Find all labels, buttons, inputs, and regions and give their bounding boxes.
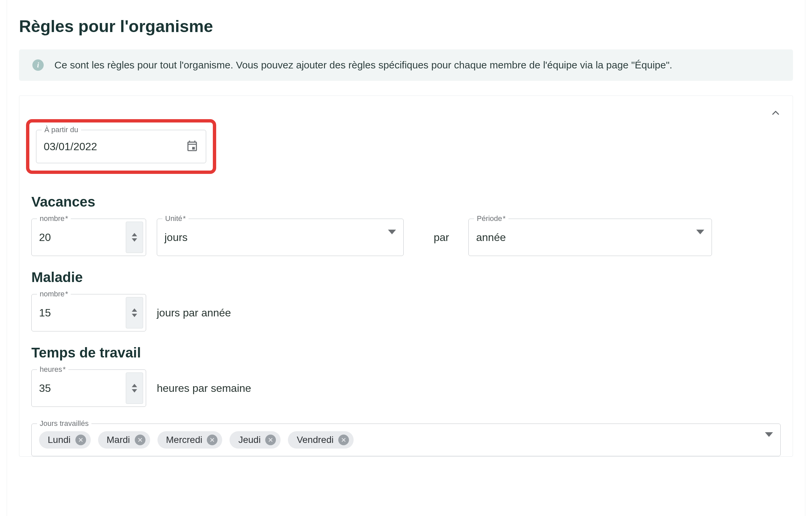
close-icon[interactable]	[135, 435, 145, 445]
travail-suffix-text: heures par semaine	[157, 382, 251, 395]
jours-travailles-field[interactable]: Jours travaillés LundiMardiMercrediJeudi…	[31, 424, 781, 456]
vacances-periode-label: Période	[474, 214, 508, 223]
page-title: Règles pour l'organisme	[19, 17, 793, 36]
vacances-periode-value: année	[476, 231, 696, 244]
date-field-highlight: À partir du 03/01/2022	[26, 119, 216, 174]
rules-card: À partir du 03/01/2022 Vacances nombre 2…	[19, 96, 793, 457]
day-chip[interactable]: Vendredi	[288, 431, 354, 449]
travail-heures-stepper[interactable]	[126, 373, 143, 404]
travail-heures-value: 35	[39, 382, 126, 395]
vacances-nombre-field[interactable]: nombre 20	[31, 219, 146, 256]
stepper-down-icon	[132, 238, 137, 242]
dropdown-caret-icon	[765, 437, 773, 443]
chevron-up-icon	[770, 114, 781, 119]
day-chip-label: Lundi	[48, 435, 71, 445]
maladie-heading: Maladie	[31, 269, 781, 286]
vacances-unite-value: jours	[165, 231, 388, 244]
vacances-heading: Vacances	[31, 194, 781, 210]
stepper-up-icon	[132, 233, 137, 236]
maladie-row: nombre 15 jours par année	[31, 294, 781, 331]
close-icon[interactable]	[207, 435, 218, 445]
dropdown-caret-icon	[388, 234, 396, 240]
maladie-suffix-text: jours par année	[157, 307, 231, 319]
day-chip-label: Mercredi	[166, 435, 203, 445]
maladie-nombre-value: 15	[39, 307, 126, 319]
close-icon[interactable]	[76, 435, 86, 445]
day-chip[interactable]: Lundi	[39, 431, 91, 449]
info-banner: i Ce sont les règles pour tout l'organis…	[19, 49, 793, 81]
stepper-down-icon	[132, 389, 137, 392]
start-date-value: 03/01/2022	[44, 140, 186, 153]
travail-heading: Temps de travail	[31, 345, 781, 361]
day-chip-label: Mardi	[107, 435, 130, 445]
day-chip-label: Vendredi	[297, 435, 334, 445]
close-icon[interactable]	[265, 435, 276, 445]
stepper-up-icon	[132, 384, 137, 387]
maladie-nombre-field[interactable]: nombre 15	[31, 294, 146, 331]
close-icon[interactable]	[338, 435, 349, 445]
vacances-nombre-label: nombre	[37, 214, 71, 223]
travail-row: heures 35 heures par semaine	[31, 370, 781, 407]
maladie-nombre-label: nombre	[37, 290, 71, 298]
calendar-icon[interactable]	[186, 139, 199, 154]
vacances-par-text: par	[414, 231, 458, 244]
vacances-row: nombre 20 Unité jours par Période année	[31, 219, 781, 256]
start-date-label: À partir du	[42, 126, 81, 134]
vacances-nombre-value: 20	[39, 231, 126, 244]
day-chip[interactable]: Jeudi	[230, 431, 281, 449]
stepper-down-icon	[132, 314, 137, 317]
day-chip[interactable]: Mercredi	[157, 431, 223, 449]
maladie-nombre-stepper[interactable]	[126, 297, 143, 328]
travail-heures-label: heures	[37, 365, 68, 374]
dropdown-caret-icon	[696, 234, 704, 240]
start-date-field[interactable]: À partir du 03/01/2022	[36, 130, 206, 163]
stepper-up-icon	[132, 308, 137, 312]
day-chip-label: Jeudi	[238, 435, 261, 445]
info-icon: i	[32, 59, 44, 71]
vacances-unite-label: Unité	[163, 214, 188, 223]
vacances-nombre-stepper[interactable]	[126, 222, 143, 253]
info-text: Ce sont les règles pour tout l'organisme…	[54, 59, 672, 71]
day-chip[interactable]: Mardi	[98, 431, 150, 449]
collapse-button[interactable]	[770, 107, 781, 120]
vacances-unite-select[interactable]: Unité jours	[157, 219, 404, 256]
travail-heures-field[interactable]: heures 35	[31, 370, 146, 407]
jours-travailles-label: Jours travaillés	[37, 419, 91, 428]
vacances-periode-select[interactable]: Période année	[468, 219, 712, 256]
jours-chips-wrap: LundiMardiMercrediJeudiVendredi	[39, 431, 758, 449]
